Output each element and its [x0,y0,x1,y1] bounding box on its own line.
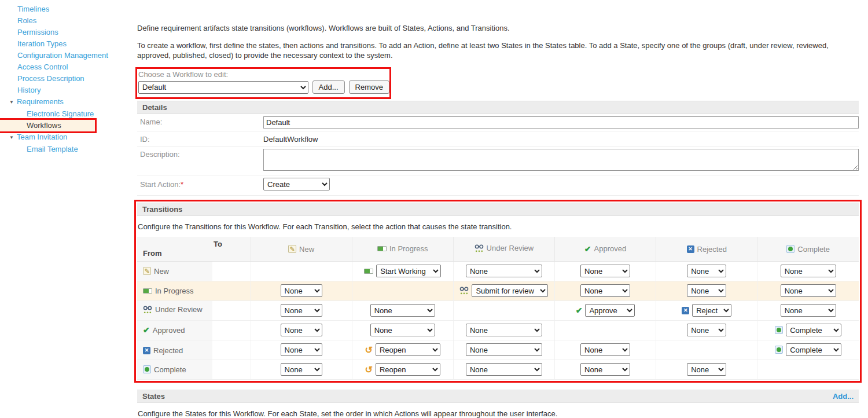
transition-select-complete-to-new[interactable]: None [281,363,322,376]
transition-select-in-progress-to-rejected[interactable]: None [687,284,726,297]
settings-sidebar: TimelinesRolesPermissionsIteration Types… [0,3,134,155]
name-input[interactable] [263,116,859,129]
transition-select-approved-to-rejected[interactable]: None [687,324,726,336]
sidebar-item-process-description[interactable]: Process Description [0,73,134,85]
approved-icon: ✔ [143,325,150,335]
transitions-row-approved: ✔ApprovedNoneNoneNoneNoneComplete [137,320,859,340]
in-progress-icon [143,288,152,294]
transition-select-approved-to-in-progress[interactable]: None [370,324,435,336]
details-section-header: Details [137,101,859,114]
start-action-field-row: Start Action:* Create [137,175,859,196]
transitions-col-header-rejected: ✕Rejected [656,237,757,261]
states-description: Configure the States for this Workflow. … [138,409,859,418]
transition-select-complete-to-under-review[interactable]: None [466,363,542,376]
transition-select-new-to-approved[interactable]: None [580,265,630,277]
to-column-label: To [212,237,251,261]
transitions-section: Transitions Configure the Transitions fo… [137,203,859,380]
description-textarea[interactable] [263,149,859,171]
transitions-col-header-under-review: Under Review [453,237,554,261]
workflow-select[interactable]: Default [138,81,308,94]
transition-select-new-to-under-review[interactable]: None [466,265,542,277]
new-state-icon: ✎ [143,267,151,275]
expand-arrow-icon: ▼ [9,135,14,140]
sidebar-item-team-invitation[interactable]: ▼Team Invitation [0,131,134,144]
transition-select-approved-to-new[interactable]: None [281,324,322,336]
complete-icon [143,365,151,373]
transitions-row-under-review: Under ReviewNoneNone✔Approve✕RejectNone [137,300,859,320]
sidebar-item-requirements[interactable]: ▼Requirements [0,96,134,108]
transition-select-rejected-to-complete[interactable]: Complete [786,343,841,356]
in-progress-icon [364,269,373,274]
sidebar-item-permissions[interactable]: Permissions [0,27,134,38]
sidebar-item-email-template[interactable]: Email Template [0,144,134,155]
id-label: ID: [140,134,263,144]
transition-select-new-to-complete[interactable]: None [781,265,836,277]
start-action-select[interactable]: Create [263,178,330,190]
workflow-settings-page: Define requirement artifacts state trans… [137,0,859,418]
required-asterisk: * [181,180,183,189]
reopen-icon: ↺ [365,366,373,373]
sidebar-item-iteration-types[interactable]: Iteration Types [0,38,134,50]
intro-paragraph-1: Define requirement artifacts state trans… [137,23,859,33]
start-action-label: Start Action:* [140,178,263,189]
transition-select-complete-to-rejected[interactable]: None [687,363,726,376]
states-title: States [142,392,165,401]
transitions-row-new: ✎NewStart WorkingNoneNoneNoneNone [137,261,859,281]
complete-icon [786,245,795,253]
under-review-icon [143,306,152,314]
transition-select-under-review-to-in-progress[interactable]: None [370,304,435,317]
transitions-title: Transitions [142,205,182,214]
transitions-description: Configure the Transitions for this Workf… [138,222,859,232]
transition-select-under-review-to-new[interactable]: None [281,304,322,317]
transition-select-complete-to-approved[interactable]: None [580,363,630,376]
id-value: DefaultWorkflow [263,134,859,144]
id-field-row: ID: DefaultWorkflow [137,131,859,146]
transition-select-new-to-rejected[interactable]: None [687,265,726,277]
sidebar-item-timelines[interactable]: Timelines [0,3,134,15]
sidebar-item-workflows[interactable]: Workflows [0,120,95,131]
transitions-row-complete: CompleteNone↺ReopenNoneNoneNone [137,360,859,379]
under-review-icon [475,244,484,252]
from-column-label: From [137,237,212,261]
complete-icon [775,326,783,334]
transitions-section-header: Transitions [137,203,859,216]
add-state-link[interactable]: Add... [833,392,854,401]
transition-select-in-progress-to-new[interactable]: None [281,284,322,297]
intro-paragraph-2: To create a workflow, first define the s… [137,41,859,60]
under-review-icon [459,287,469,295]
reopen-icon: ↺ [365,346,373,354]
transition-select-in-progress-to-approved[interactable]: None [580,284,630,297]
in-progress-icon [377,246,387,251]
transition-select-rejected-to-approved[interactable]: None [580,343,630,356]
transition-select-in-progress-to-complete[interactable]: None [781,284,836,297]
sidebar-item-access-control[interactable]: Access Control [0,61,134,73]
sidebar-item-configuration-management[interactable]: Configuration Management [0,50,134,61]
transition-select-rejected-to-new[interactable]: None [281,343,322,356]
transitions-col-header-in-progress: In Progress [352,237,453,261]
transition-select-under-review-to-approved[interactable]: Approve [585,304,635,317]
approved-icon: ✔ [576,306,583,315]
transition-select-new-to-in-progress[interactable]: Start Working [376,265,441,277]
transition-select-in-progress-to-under-review[interactable]: Submit for review [472,284,548,297]
sidebar-item-history[interactable]: History [0,85,134,96]
transitions-col-header-complete: Complete [757,237,859,261]
rejected-icon: ✕ [687,245,694,253]
transition-select-rejected-to-in-progress[interactable]: Reopen [376,343,440,356]
complete-icon [775,346,783,354]
transition-select-under-review-to-complete[interactable]: None [781,304,836,317]
transition-select-approved-to-complete[interactable]: Complete [786,324,841,336]
transition-select-rejected-to-under-review[interactable]: None [466,343,542,356]
transition-select-complete-to-in-progress[interactable]: Reopen [376,363,440,376]
sidebar-item-electronic-signature[interactable]: Electronic Signature [0,108,134,120]
remove-workflow-button[interactable]: Remove [349,80,389,94]
transitions-row-in-progress: In ProgressNoneSubmit for reviewNoneNone… [137,281,859,300]
transitions-col-header-new: ✎New [251,237,352,261]
details-title: Details [142,103,167,112]
transition-select-under-review-to-rejected[interactable]: Reject [692,304,731,317]
sidebar-item-roles[interactable]: Roles [0,15,134,27]
name-label: Name: [140,116,263,126]
transition-select-approved-to-under-review[interactable]: None [466,324,542,336]
rejected-icon: ✕ [682,307,689,314]
approved-icon: ✔ [584,244,591,254]
add-workflow-button[interactable]: Add... [312,80,345,94]
